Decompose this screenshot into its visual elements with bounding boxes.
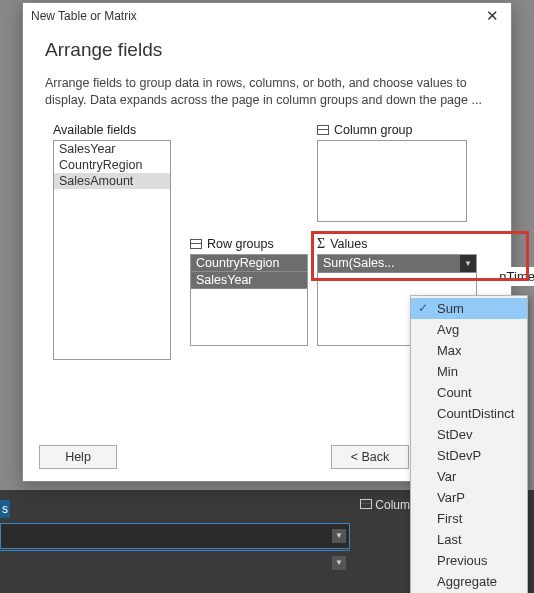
available-fields-label: Available fields	[53, 123, 171, 137]
table-icon	[360, 499, 372, 509]
aggregate-option-min[interactable]: Min	[411, 361, 527, 382]
aggregate-context-menu[interactable]: ✓SumAvgMaxMinCountCountDistinctStDevStDe…	[410, 295, 528, 593]
bg-dropdown-1[interactable]: ▼	[332, 529, 346, 543]
aggregate-option-varp[interactable]: VarP	[411, 487, 527, 508]
page-description: Arrange fields to group data in rows, co…	[45, 75, 489, 109]
row-groups-section: Row groups CountryRegionSalesYear	[190, 237, 308, 346]
column-groups-text: Column group	[334, 123, 413, 137]
aggregate-option-label: CountDistinct	[437, 406, 514, 421]
aggregate-option-avg[interactable]: Avg	[411, 319, 527, 340]
aggregate-option-label: VarP	[437, 490, 465, 505]
aggregate-dropdown-icon[interactable]: ▼	[460, 255, 476, 272]
aggregate-option-aggregate[interactable]: Aggregate	[411, 571, 527, 592]
available-field-item[interactable]: SalesAmount	[54, 173, 170, 189]
table-icon	[190, 239, 202, 249]
column-groups-list[interactable]	[317, 140, 467, 222]
available-field-item[interactable]: CountryRegion	[54, 157, 170, 173]
column-groups-section: Column group	[317, 123, 467, 222]
aggregate-option-previous[interactable]: Previous	[411, 550, 527, 571]
aggregate-option-label: Var	[437, 469, 456, 484]
dialog-title: New Table or Matrix	[31, 9, 137, 23]
help-button[interactable]: Help	[39, 445, 117, 469]
table-icon	[317, 125, 329, 135]
bg-columns-text: Colum	[375, 498, 410, 512]
aggregate-option-label: Avg	[437, 322, 459, 337]
aggregate-option-label: StDev	[437, 427, 472, 442]
check-icon: ✓	[418, 301, 428, 315]
bg-truncated-label: s	[0, 500, 10, 518]
values-text: Values	[330, 237, 367, 251]
aggregate-option-max[interactable]: Max	[411, 340, 527, 361]
row-groups-label: Row groups	[190, 237, 308, 251]
sigma-icon: Σ	[317, 237, 325, 251]
aggregate-option-stdev[interactable]: StDev	[411, 424, 527, 445]
row-group-item[interactable]: SalesYear	[191, 272, 307, 289]
bg-dropdown-2[interactable]: ▼	[332, 556, 346, 570]
available-fields-section: Available fields SalesYearCountryRegionS…	[53, 123, 171, 360]
aggregate-option-var[interactable]: Var	[411, 466, 527, 487]
aggregate-option-label: Aggregate	[437, 574, 497, 589]
values-item[interactable]: Sum(Sales...▼	[318, 255, 476, 273]
outside-field-snippet: nTime	[499, 267, 534, 286]
bg-band	[0, 523, 350, 549]
bg-band-mid	[0, 550, 350, 551]
aggregate-option-label: Max	[437, 343, 462, 358]
available-fields-list[interactable]: SalesYearCountryRegionSalesAmount	[53, 140, 171, 360]
aggregate-option-label: Min	[437, 364, 458, 379]
aggregate-option-label: Sum	[437, 301, 464, 316]
aggregate-option-label: StDevP	[437, 448, 481, 463]
aggregate-option-stdevp[interactable]: StDevP	[411, 445, 527, 466]
aggregate-option-first[interactable]: First	[411, 508, 527, 529]
aggregate-option-last[interactable]: Last	[411, 529, 527, 550]
close-icon[interactable]: ✕	[482, 7, 503, 25]
available-field-item[interactable]: SalesYear	[54, 141, 170, 157]
aggregate-option-label: Count	[437, 385, 472, 400]
aggregate-option-label: Last	[437, 532, 462, 547]
row-group-item[interactable]: CountryRegion	[191, 255, 307, 272]
page-heading: Arrange fields	[45, 39, 511, 61]
column-groups-label: Column group	[317, 123, 467, 137]
row-groups-text: Row groups	[207, 237, 274, 251]
aggregate-option-sum[interactable]: ✓Sum	[411, 298, 527, 319]
back-button[interactable]: < Back	[331, 445, 409, 469]
aggregate-option-label: First	[437, 511, 462, 526]
values-label: Σ Values	[317, 237, 477, 251]
aggregate-option-label: Previous	[437, 553, 488, 568]
values-item-label: Sum(Sales...	[318, 255, 460, 271]
titlebar: New Table or Matrix ✕	[23, 3, 511, 27]
aggregate-option-count[interactable]: Count	[411, 382, 527, 403]
row-groups-list[interactable]: CountryRegionSalesYear	[190, 254, 308, 346]
aggregate-option-countdistinct[interactable]: CountDistinct	[411, 403, 527, 424]
